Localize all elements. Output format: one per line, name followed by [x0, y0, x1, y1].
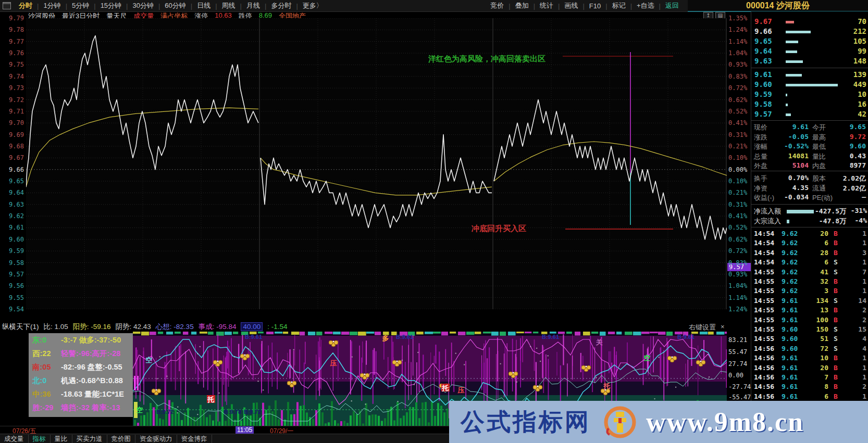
detail-value: -0.05	[776, 133, 809, 141]
trade-time: 14:55	[754, 287, 774, 295]
tool-menu-item-5[interactable]: 标记	[607, 1, 630, 10]
tab-5[interactable]: 资金驱动力	[135, 435, 177, 443]
time-cursor-label: 11:05	[235, 426, 254, 434]
pct-label: 0.31%	[728, 201, 751, 208]
tool-menu-item-3[interactable]: 画线	[560, 1, 582, 10]
tool-menu-item-0[interactable]: 竞价	[486, 1, 509, 10]
window-icon[interactable]	[3, 2, 11, 9]
ask-row-4[interactable]: 9.66212	[751, 27, 868, 37]
transaction-row[interactable]: 14:559.6241S7	[751, 268, 868, 277]
trade-direction: S	[834, 335, 838, 343]
trade-volume: 72	[803, 345, 828, 352]
annotation-buy-zone: 冲底回升买入区	[472, 224, 526, 234]
ask-row-3[interactable]: 9.65105	[751, 37, 868, 47]
tab-2[interactable]: 量比	[51, 435, 72, 443]
pct-label: 1.04%	[728, 282, 751, 289]
flow-row[interactable]: 净流入额-427.5万-31%	[751, 207, 868, 217]
menu-item-9[interactable]: 多分时	[266, 1, 296, 10]
transaction-row[interactable]: 14:559.61134S14	[751, 297, 868, 306]
trade-volume: 6	[803, 258, 828, 266]
detail-label: 净资	[754, 184, 767, 193]
transaction-row[interactable]: 14:559.623B1	[751, 287, 868, 296]
ask-row-2[interactable]: 9.6499	[751, 47, 868, 57]
tab-3[interactable]: 买卖力道	[72, 435, 107, 443]
pct-label: 1.14%	[728, 294, 751, 301]
menu-item-1[interactable]: 1分钟	[39, 1, 65, 10]
tab-6[interactable]: 资金博弈	[177, 435, 212, 443]
price-label: 9.59	[3, 247, 24, 255]
price-label: 9.77	[3, 38, 24, 45]
detail-label: 内盘	[812, 161, 826, 171]
book-volume: 212	[853, 27, 866, 35]
bid-row-3[interactable]: 9.5910	[751, 90, 868, 100]
tab-1[interactable]: 指标	[29, 435, 51, 443]
indicator-close-icon[interactable]: ×	[721, 323, 725, 331]
tool-menu-item-1[interactable]: 叠加	[511, 1, 534, 10]
trade-direction: B	[834, 230, 838, 237]
pct-label: 0.62%	[728, 236, 751, 243]
tool-menu-item-2[interactable]: 统计	[535, 1, 558, 10]
transaction-row[interactable]: 14:569.6110B1	[751, 354, 868, 363]
transaction-row[interactable]: 14:549.6228B3	[751, 249, 868, 258]
stock-code-header[interactable]: 000014 沙河股份	[688, 0, 868, 12]
tool-menu-item-4[interactable]: F10	[585, 2, 605, 10]
intraday-chart[interactable]	[26, 18, 727, 309]
book-volume-bar	[786, 21, 794, 23]
transaction-row[interactable]: 14:569.618B2	[751, 383, 868, 392]
book-volume: 105	[853, 37, 866, 45]
indicator-value-text: -82:-96 盘整:-0.55	[61, 362, 122, 372]
watermark-banner: 公式指标网 www.9m8.cn	[449, 401, 868, 443]
transaction-row[interactable]: 14:569.6120B1	[751, 364, 868, 373]
detail-label: 收益(-)	[754, 193, 774, 202]
tab-0[interactable]: 成交量	[0, 435, 29, 443]
svg-text:B:9.61: B:9.61	[677, 334, 695, 340]
transaction-row[interactable]: 14:559.61100B2	[751, 316, 868, 325]
menu-item-7[interactable]: 周线	[217, 1, 240, 10]
transaction-row[interactable]: 14:549.6220B1	[751, 230, 868, 239]
book-price: 9.65	[754, 37, 772, 45]
detail-value: 9.72	[834, 133, 866, 141]
menu-item-5[interactable]: 60分钟	[160, 1, 190, 10]
menu-item-6[interactable]: 日线	[192, 1, 215, 10]
indicator-value-text: 墙挡:-32 着率:-13	[61, 403, 120, 413]
transaction-row[interactable]: 14:569.6072S4	[751, 345, 868, 354]
transaction-row[interactable]: 14:559.6113B2	[751, 306, 868, 315]
menu-item-10[interactable]: 更多〉	[298, 1, 328, 10]
transaction-row[interactable]: 14:559.6051S4	[751, 335, 868, 344]
transaction-row[interactable]: 14:549.626B1	[751, 239, 868, 248]
transaction-row[interactable]: 14:559.60150S15	[751, 325, 868, 335]
svg-text:B:9.61: B:9.61	[396, 334, 413, 340]
transaction-row[interactable]: 14:559.6232B1	[751, 277, 868, 287]
tab-4[interactable]: 竞价图	[107, 435, 136, 443]
ask-row-5[interactable]: 9.6770	[751, 17, 868, 27]
pct-label: 1.35%	[728, 15, 751, 22]
menu-item-3[interactable]: 15分钟	[96, 1, 126, 10]
trade-price: 9.61	[782, 373, 798, 381]
trade-volume: 41	[803, 268, 828, 276]
menu-item-2[interactable]: 5分钟	[67, 1, 94, 10]
detail-label: 总量	[754, 152, 767, 161]
tool-menu-item-7[interactable]: 返回	[661, 1, 684, 10]
detail-label: 涨幅	[754, 142, 767, 151]
indicator-param-4: 事成: -95.84	[199, 322, 237, 332]
tool-menu-item-6[interactable]: +自选	[632, 1, 659, 10]
bid-row-2[interactable]: 9.60449	[751, 80, 868, 90]
flow-row[interactable]: 大宗流入-47.8万-4%	[751, 217, 868, 226]
detail-row: 换手0.70%股本2.02亿	[751, 174, 868, 184]
svg-text:B:9.78: B:9.78	[224, 409, 241, 415]
bid-row-4[interactable]: 9.5816	[751, 100, 868, 110]
menu-item-8[interactable]: 月线	[242, 1, 265, 10]
transaction-row[interactable]: 14:549.626S1	[751, 258, 868, 268]
menu-item-0[interactable]: 分时	[14, 1, 37, 10]
bid-row-5[interactable]: 9.5742	[751, 110, 868, 120]
book-price: 9.64	[754, 47, 772, 55]
right-click-settings[interactable]: 右键设置	[689, 323, 716, 332]
book-volume-bar	[786, 60, 803, 63]
ask-row-1[interactable]: 9.63148	[751, 57, 868, 67]
bid-row-1[interactable]: 9.61139	[751, 70, 868, 80]
trade-price: 9.62	[782, 287, 798, 295]
transaction-row[interactable]: 14:569.617B1	[751, 373, 868, 383]
menu-item-4[interactable]: 30分钟	[128, 1, 158, 10]
indicator-marker-glyph: 压	[457, 386, 465, 394]
trade-price: 9.61	[782, 297, 798, 305]
